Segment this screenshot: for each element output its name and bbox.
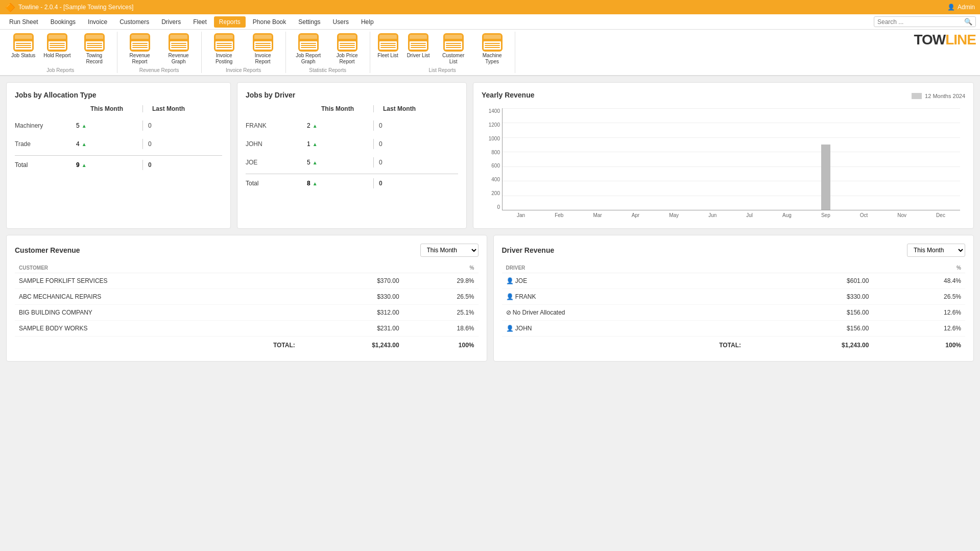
- john-trend-icon: ▲: [313, 141, 318, 147]
- menu-customers[interactable]: Customers: [114, 16, 154, 28]
- trade-label: Trade: [15, 140, 76, 148]
- list-item: 👤 JOHN $156.00 12.6%: [502, 321, 966, 337]
- customer-total-amount: $1,243.00: [299, 337, 403, 353]
- menu-users[interactable]: Users: [328, 16, 354, 28]
- chart-legend: 12 Months 2024: [912, 93, 965, 99]
- menu-drivers[interactable]: Drivers: [156, 16, 186, 28]
- customer-amount-1: $330.00: [299, 289, 403, 305]
- driver-revenue-panel: Driver Revenue This Month Last Month Thi…: [493, 235, 974, 362]
- divider: [142, 139, 143, 149]
- app-icon: 🔶: [5, 3, 15, 12]
- menu-help[interactable]: Help: [356, 16, 379, 28]
- customer-revenue-table: CUSTOMER % SAMPLE FORKLIFT SERVICES $370…: [15, 263, 479, 353]
- driver-list-icon: [408, 33, 428, 52]
- toolbar-group-invoice-reports-label: Invoice Reports: [226, 67, 261, 73]
- toolbar-btn-fleet-list[interactable]: Fleet List: [374, 32, 402, 66]
- stats-row-joe: JOE 5 ▲ 0: [246, 153, 458, 172]
- y-label-0: 0: [483, 204, 500, 210]
- search-input[interactable]: [877, 18, 964, 26]
- customer-amount-col-header: [299, 263, 403, 273]
- yearly-revenue-title: Yearly Revenue: [482, 91, 535, 99]
- customer-name-1: ABC MECHANICAL REPAIRS: [15, 289, 299, 305]
- driver-total-trend-icon: ▲: [313, 181, 318, 186]
- machinery-label: Machinery: [15, 122, 76, 129]
- menu-settings[interactable]: Settings: [293, 16, 325, 28]
- divider: [373, 157, 374, 167]
- toolbar-btn-towing-record[interactable]: Towing Record: [76, 32, 113, 66]
- menu-fleet[interactable]: Fleet: [188, 16, 212, 28]
- chart-area: [502, 108, 960, 210]
- driver-name-3: 👤 JOHN: [502, 321, 746, 337]
- driver-percent-col-header: %: [873, 263, 965, 273]
- invoice-posting-icon: [214, 33, 234, 52]
- x-label-dec: Dec: [936, 212, 945, 218]
- yearly-revenue-panel: Yearly Revenue 12 Months 2024 1400 1200 …: [473, 82, 974, 229]
- driver-total-row: Total 8 ▲ 0: [246, 174, 458, 188]
- driver-revenue-title: Driver Revenue: [502, 246, 555, 254]
- menu-run-sheet[interactable]: Run Sheet: [4, 16, 43, 28]
- driver-name-2: ⊘ No Driver Allocated: [502, 305, 746, 321]
- driver-col-header: DRIVER: [502, 263, 746, 273]
- toolbar-group-statistic-reports: Job Report Graph Job Price Report Statis…: [286, 32, 370, 73]
- toolbar-btn-job-report-graph[interactable]: Job Report Graph: [290, 32, 327, 66]
- toolbar-group-list-reports-label: List Reports: [428, 67, 456, 73]
- toolbar-list-items: Fleet List Driver List Customer List: [374, 32, 511, 66]
- toolbar-btn-job-status[interactable]: Job Status: [8, 32, 38, 66]
- driver-total-last-month: 0: [379, 180, 420, 187]
- search-icon: 🔍: [964, 18, 972, 26]
- toolbar-btn-driver-list[interactable]: Driver List: [404, 32, 433, 66]
- driver-total-label: TOTAL:: [502, 337, 746, 353]
- logo-text: TOWLINE: [914, 32, 976, 48]
- menubar: Run Sheet Bookings Invoice Customers Dri…: [0, 14, 980, 30]
- customer-total-label: TOTAL:: [15, 337, 299, 353]
- toolbar-btn-invoice-report[interactable]: Invoice Report: [245, 32, 281, 66]
- driver-total-row: TOTAL: $1,243.00 100%: [502, 337, 966, 353]
- trade-trend-icon: ▲: [82, 141, 87, 147]
- toolbar-group-revenue-reports-label: Revenue Reports: [139, 67, 179, 73]
- menu-bookings[interactable]: Bookings: [45, 16, 81, 28]
- chart-y-axis: 1400 1200 1000 800 600 400 200 0: [483, 108, 500, 210]
- toolbar-btn-job-price-report[interactable]: Job Price Report: [329, 32, 366, 66]
- driver-period-select[interactable]: This Month Last Month This Year Last Yea…: [907, 244, 965, 257]
- toolbar-btn-machine-types[interactable]: Machine Types: [474, 32, 511, 66]
- stats-row-machinery: Machinery 5 ▲ 0: [15, 116, 222, 135]
- revenue-report-icon: [130, 33, 150, 52]
- admin-area[interactable]: 👤 Admin: [947, 4, 975, 11]
- logo-line: LINE: [945, 32, 976, 47]
- machinery-this-month: 5 ▲: [76, 122, 137, 129]
- machinery-trend-icon: ▲: [82, 123, 87, 129]
- trade-last-month: 0: [148, 140, 189, 148]
- main-content: Jobs by Allocation Type This Month Last …: [0, 76, 980, 368]
- driver-amount-2: $156.00: [745, 305, 873, 321]
- toolbar-btn-invoice-posting[interactable]: Invoice Posting: [206, 32, 243, 66]
- y-label-400: 400: [483, 177, 500, 182]
- menu-phone-book[interactable]: Phone Book: [248, 16, 291, 28]
- x-label-feb: Feb: [555, 212, 563, 218]
- y-label-200: 200: [483, 190, 500, 196]
- logo: TOWLINE: [914, 32, 976, 48]
- customer-percent-0: 29.8%: [403, 273, 479, 289]
- jobs-allocation-title: Jobs by Allocation Type: [15, 91, 222, 99]
- divider: [373, 121, 374, 131]
- john-this-month: 1 ▲: [307, 140, 368, 148]
- menu-invoice[interactable]: Invoice: [83, 16, 112, 28]
- hold-report-icon: [47, 33, 67, 52]
- toolbar-btn-revenue-report[interactable]: Revenue Report: [122, 32, 158, 66]
- bottom-row: Customer Revenue This Month Last Month T…: [6, 235, 974, 362]
- driver-this-month-header: This Month: [307, 105, 368, 112]
- toolbar-group-invoice-reports: Invoice Posting Invoice Report Invoice R…: [202, 32, 286, 73]
- toolbar-group-statistic-reports-label: Statistic Reports: [309, 67, 346, 73]
- legend-box: [912, 93, 922, 99]
- toolbar-btn-hold-report[interactable]: Hold Report: [40, 32, 74, 66]
- menu-reports[interactable]: Reports: [214, 16, 246, 28]
- driver-percent-3: 12.6%: [873, 321, 965, 337]
- toolbar-btn-customer-list[interactable]: Customer List: [435, 32, 472, 66]
- x-label-may: May: [669, 212, 679, 218]
- job-report-graph-icon: [298, 33, 319, 52]
- customer-period-select[interactable]: This Month Last Month This Year Last Yea…: [420, 244, 479, 257]
- toolbar-btn-revenue-graph[interactable]: Revenue Graph: [160, 32, 197, 66]
- toolbar-revenue-items: Revenue Report Revenue Graph: [122, 32, 197, 66]
- toolbar-invoice-items: Invoice Posting Invoice Report: [206, 32, 281, 66]
- search-area[interactable]: 🔍: [874, 16, 976, 27]
- trade-this-month: 4 ▲: [76, 140, 137, 148]
